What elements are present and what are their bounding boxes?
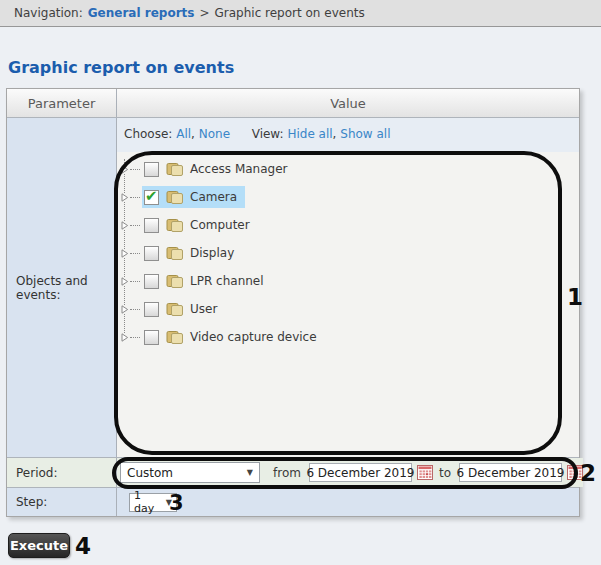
tree-item-label: Camera (190, 190, 237, 204)
tree-row-user: ✔ User (117, 295, 579, 323)
tree-item[interactable]: ✔ Video capture device (142, 326, 325, 348)
objects-and-events-row: Objects and events: Choose: All, None Vi… (7, 117, 579, 457)
objects-and-events-value: Choose: All, None View: Hide all, Show a… (117, 118, 579, 457)
from-label: from (273, 466, 301, 480)
tree-item-label: LPR channel (190, 274, 264, 288)
annotation-number-4: 4 (75, 533, 91, 559)
tree-row-access-manager: ✔ Access Manager (117, 155, 579, 183)
parameters-table: Parameter Value Objects and events: Choo… (6, 88, 580, 517)
tree-row-lpr-channel: ✔ LPR channel (117, 267, 579, 295)
breadcrumb-separator: > (199, 6, 209, 20)
tree-branch-line (130, 197, 140, 198)
table-header-row: Parameter Value (7, 89, 579, 117)
objects-and-events-label: Objects and events: (7, 118, 117, 457)
step-label: Step: (7, 488, 117, 516)
folder-icon (166, 273, 184, 289)
choose-all-link[interactable]: All (176, 127, 191, 141)
checkbox[interactable]: ✔ (144, 302, 159, 317)
objects-tree: ✔ Access Manager ✔ Camera (117, 155, 579, 351)
view-label: View: (252, 127, 284, 141)
tree-item[interactable]: ✔ Display (142, 242, 242, 264)
checkbox[interactable]: ✔ (144, 274, 159, 289)
date-from-field[interactable]: 6 December 2019 (309, 463, 412, 482)
tree-branch-line (130, 253, 140, 254)
period-type-value: Custom (127, 466, 173, 480)
breadcrumb: Navigation: General reports > Graphic re… (0, 0, 601, 27)
tree-item[interactable]: ✔ LPR channel (142, 270, 272, 292)
calendar-icon[interactable] (417, 465, 433, 480)
period-value: Custom ▼ from 6 December 2019 to 6 Decem… (117, 458, 583, 487)
expand-icon[interactable] (121, 165, 129, 174)
expand-icon[interactable] (121, 305, 129, 314)
step-select[interactable]: 1 day ▼ (129, 493, 177, 512)
checkbox[interactable]: ✔ (144, 330, 159, 345)
expand-icon[interactable] (121, 333, 129, 342)
tree-branch-line (130, 281, 140, 282)
tree-row-camera: ✔ Camera (117, 183, 579, 211)
tree-item-label: Computer (190, 218, 250, 232)
tree-row-display: ✔ Display (117, 239, 579, 267)
expand-icon[interactable] (121, 249, 129, 258)
breadcrumb-prefix: Navigation: (14, 6, 83, 20)
check-icon: ✔ (145, 187, 158, 205)
tree-row-video-capture-device: ✔ Video capture device (117, 323, 579, 351)
chevron-down-icon: ▼ (160, 498, 172, 507)
checkbox[interactable]: ✔ (144, 218, 159, 233)
breadcrumb-current: Graphic report on events (215, 6, 365, 20)
calendar-icon[interactable] (567, 465, 583, 480)
checkbox[interactable]: ✔ (144, 162, 159, 177)
tree-item[interactable]: ✔ Camera (142, 186, 245, 208)
period-row: Period: Custom ▼ from 6 December 2019 to… (7, 457, 579, 487)
tree-item-label: Access Manager (190, 162, 288, 176)
chevron-down-icon: ▼ (241, 468, 253, 477)
step-row: Step: 1 day ▼ (7, 487, 579, 516)
tree-item-label: Display (190, 246, 234, 260)
header-value: Value (117, 89, 579, 117)
tree-branch-line (130, 225, 140, 226)
comma: , (191, 127, 195, 141)
choose-label: Choose: (124, 127, 172, 141)
step-select-value: 1 day (134, 489, 160, 515)
tree-item-label: Video capture device (190, 330, 317, 344)
folder-icon (166, 189, 184, 205)
tree-toolbar: Choose: All, None View: Hide all, Show a… (124, 127, 390, 141)
breadcrumb-link-general-reports[interactable]: General reports (88, 6, 195, 20)
graphic-report-page: Navigation: General reports > Graphic re… (0, 0, 601, 565)
header-parameter: Parameter (7, 89, 117, 117)
page-title: Graphic report on events (8, 58, 234, 77)
hide-all-link[interactable]: Hide all (287, 127, 332, 141)
step-value: 1 day ▼ (117, 488, 579, 516)
tree-item-label: User (190, 302, 217, 316)
tree-item[interactable]: ✔ User (142, 298, 225, 320)
period-type-select[interactable]: Custom ▼ (120, 462, 260, 483)
tree-branch-line (130, 169, 140, 170)
date-to-field[interactable]: 6 December 2019 (459, 463, 562, 482)
folder-icon (166, 245, 184, 261)
folder-icon (166, 217, 184, 233)
tree-branch-line (130, 309, 140, 310)
expand-icon[interactable] (121, 221, 129, 230)
expand-icon[interactable] (121, 277, 129, 286)
checkbox[interactable]: ✔ (144, 190, 159, 205)
comma: , (333, 127, 337, 141)
show-all-link[interactable]: Show all (340, 127, 390, 141)
folder-icon (166, 329, 184, 345)
period-label: Period: (7, 458, 117, 487)
tree-item[interactable]: ✔ Access Manager (142, 158, 296, 180)
tree-branch-line (130, 337, 140, 338)
choose-none-link[interactable]: None (199, 127, 230, 141)
folder-icon (166, 301, 184, 317)
checkbox[interactable]: ✔ (144, 246, 159, 261)
to-label: to (439, 466, 451, 480)
execute-button[interactable]: Execute (8, 533, 70, 558)
expand-icon[interactable] (121, 193, 129, 202)
tree-item[interactable]: ✔ Computer (142, 214, 258, 236)
tree-row-computer: ✔ Computer (117, 211, 579, 239)
folder-icon (166, 161, 184, 177)
